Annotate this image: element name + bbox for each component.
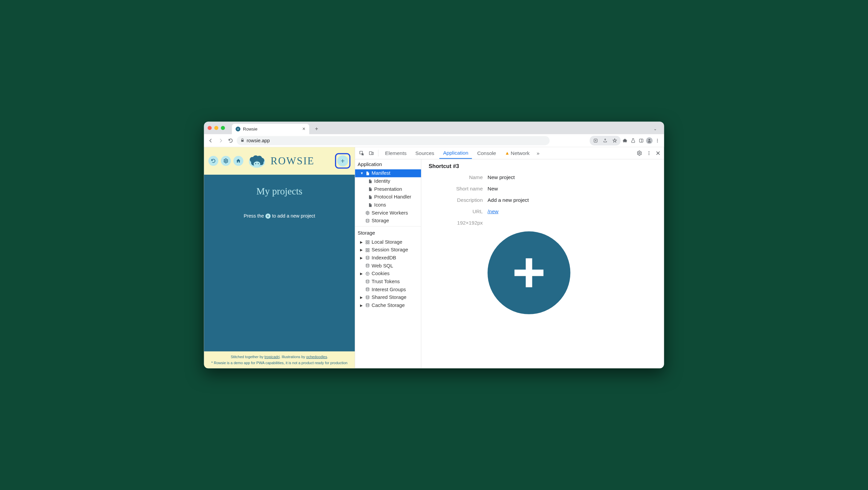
tab-elements[interactable]: Elements — [381, 148, 410, 159]
sidebar-item-manifest[interactable]: ▼ Manifest — [355, 170, 421, 177]
svg-rect-21 — [372, 152, 373, 155]
svg-rect-29 — [368, 241, 369, 242]
app-home-button[interactable] — [234, 156, 244, 166]
value-short-name: New — [488, 186, 498, 192]
value-description: Add a new project — [488, 197, 529, 203]
chevron-right-icon: ▶ — [360, 240, 363, 244]
minimize-window[interactable] — [214, 126, 218, 130]
sidebar-item-indexeddb[interactable]: ▶IndexedDB — [355, 254, 421, 262]
url-field[interactable]: rowsie.app — [237, 136, 550, 145]
reload-button[interactable] — [227, 136, 235, 144]
shortcut-icon-preview — [488, 231, 570, 314]
sidebar-item-protocol-handler[interactable]: Protocol Handler — [355, 193, 421, 201]
tab-console[interactable]: Console — [473, 148, 500, 159]
svg-point-44 — [366, 296, 369, 297]
tab-sources[interactable]: Sources — [411, 148, 438, 159]
hint-text-after: to add a new project — [272, 213, 315, 219]
tab-strip: Rowsie ✕ + ⌄ — [204, 122, 664, 134]
close-tab-icon[interactable]: ✕ — [302, 126, 306, 131]
sidebar-item-cache-storage[interactable]: ▶Cache Storage — [355, 301, 421, 309]
sidebar-item-websql[interactable]: Web SQL — [355, 262, 421, 270]
sidebar-item-icons[interactable]: Icons — [355, 201, 421, 209]
sidebar-item-session-storage[interactable]: ▶Session Storage — [355, 246, 421, 254]
app-refresh-button[interactable] — [209, 156, 218, 166]
devtools-sidebar: Application ▼ Manifest Identity Presenta… — [355, 159, 421, 368]
maximize-window[interactable] — [221, 126, 225, 130]
app-header: ROWSIE + — [204, 147, 355, 175]
more-tabs-icon[interactable]: » — [537, 150, 540, 156]
svg-point-7 — [225, 160, 226, 162]
value-url-link[interactable]: /new — [488, 209, 499, 214]
svg-point-40 — [368, 273, 368, 273]
side-panel-icon[interactable] — [638, 137, 645, 144]
detail-title: Shortcut #3 — [429, 163, 656, 170]
svg-rect-20 — [369, 152, 372, 155]
svg-point-37 — [366, 264, 369, 265]
sidebar-item-interest-groups[interactable]: Interest Groups — [355, 285, 421, 294]
sidebar-item-shared-storage[interactable]: ▶Shared Storage — [355, 294, 421, 302]
app-settings-button[interactable] — [221, 156, 231, 166]
browser-tab[interactable]: Rowsie ✕ — [232, 124, 309, 134]
sidebar-item-local-storage[interactable]: ▶Local Storage — [355, 238, 421, 246]
devtools-tabs: Elements Sources Application Console ▲ N… — [355, 147, 664, 159]
tab-application[interactable]: Application — [439, 147, 472, 159]
forward-button[interactable] — [217, 136, 224, 144]
sidebar-item-service-workers[interactable]: Service Workers — [355, 209, 421, 217]
svg-rect-35 — [368, 250, 369, 252]
svg-point-18 — [258, 163, 259, 164]
rowsie-app: ROWSIE + My projects Press the + to add … — [204, 147, 355, 368]
hint-text-before: Press the — [244, 213, 264, 219]
sidebar-item-trust-tokens[interactable]: Trust Tokens — [355, 277, 421, 285]
chevron-down-icon: ▼ — [360, 172, 363, 175]
svg-point-5 — [657, 140, 658, 141]
svg-point-24 — [649, 153, 650, 154]
sidebar-item-identity[interactable]: Identity — [355, 177, 421, 185]
sidebar-item-presentation[interactable]: Presentation — [355, 185, 421, 193]
devtools-close-icon[interactable]: ✕ — [655, 150, 660, 157]
plus-icon: + — [265, 214, 270, 219]
menu-icon[interactable] — [654, 137, 661, 144]
svg-point-36 — [366, 256, 369, 257]
svg-rect-28 — [366, 241, 367, 242]
credits-link-2[interactable]: ochedoodles — [306, 355, 327, 359]
svg-point-38 — [366, 272, 369, 275]
warning-icon: ▲ — [505, 150, 509, 156]
device-toolbar-icon[interactable] — [367, 149, 375, 157]
inspect-element-icon[interactable] — [358, 149, 366, 157]
label-description: Description — [429, 197, 488, 203]
svg-rect-32 — [366, 248, 367, 250]
svg-rect-31 — [368, 243, 369, 244]
sidebar-item-cookies[interactable]: ▶Cookies — [355, 270, 421, 278]
svg-point-22 — [639, 152, 640, 154]
svg-rect-34 — [366, 250, 367, 252]
svg-point-42 — [366, 280, 369, 281]
svg-point-0 — [237, 128, 239, 130]
profile-avatar[interactable] — [646, 137, 653, 144]
back-button[interactable] — [207, 136, 215, 144]
share-icon[interactable] — [602, 137, 609, 144]
svg-point-17 — [255, 163, 256, 164]
devtools-main: Shortcut #3 NameNew project Short nameNe… — [421, 159, 664, 368]
credits-link-1[interactable]: tropicadri — [265, 355, 279, 359]
svg-point-41 — [367, 274, 367, 274]
tab-title: Rowsie — [243, 126, 300, 131]
window-controls — [208, 126, 225, 130]
bookmark-icon[interactable] — [611, 137, 618, 144]
devtools-settings-icon[interactable] — [636, 150, 643, 156]
tab-list-chevron-icon[interactable]: ⌄ — [653, 126, 657, 131]
labs-icon[interactable] — [629, 137, 637, 144]
extensions-icon[interactable] — [621, 137, 629, 144]
add-project-button[interactable]: + — [337, 155, 348, 166]
svg-point-27 — [366, 219, 369, 220]
devtools-menu-icon[interactable] — [646, 150, 652, 156]
sidebar-item-storage-app[interactable]: Storage — [355, 217, 421, 225]
app-footer: Stitched together by tropicadri. Illustr… — [204, 351, 355, 368]
close-window[interactable] — [208, 126, 212, 130]
plus-icon — [509, 253, 549, 292]
favicon — [236, 126, 240, 131]
new-tab-button[interactable]: + — [313, 125, 320, 132]
tab-network[interactable]: ▲ Network — [501, 148, 533, 159]
svg-rect-30 — [366, 243, 367, 244]
install-app-icon[interactable] — [592, 137, 599, 144]
label-url: URL — [429, 209, 488, 215]
